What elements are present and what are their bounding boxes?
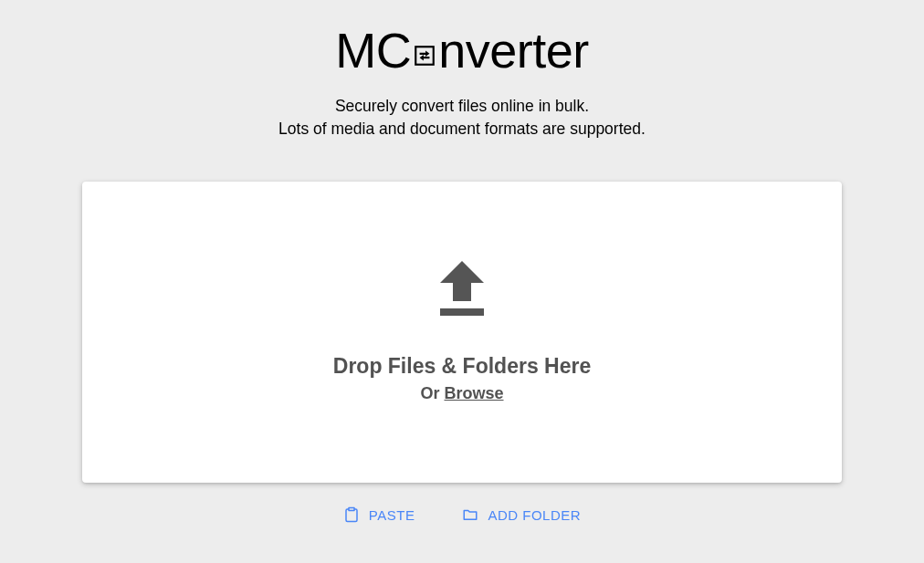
drop-title: Drop Files & Folders Here: [333, 354, 591, 379]
logo-prefix: MC: [335, 22, 411, 78]
upload-icon: [440, 261, 484, 316]
actions-row: PASTE ADD FOLDER: [336, 501, 588, 528]
paste-label: PASTE: [369, 507, 415, 523]
logo-suffix: nverter: [438, 22, 589, 78]
drop-or: Or: [420, 384, 444, 402]
svg-rect-0: [415, 47, 434, 65]
add-folder-label: ADD FOLDER: [488, 507, 581, 523]
browse-link[interactable]: Browse: [444, 384, 503, 402]
tagline-line2: Lots of media and document formats are s…: [278, 118, 646, 141]
convert-icon: [413, 44, 436, 68]
tagline: Securely convert files online in bulk. L…: [278, 95, 646, 140]
folder-icon: [462, 506, 478, 523]
svg-rect-1: [440, 308, 484, 316]
logo: MC nverter: [335, 22, 589, 78]
dropzone[interactable]: Drop Files & Folders Here Or Browse: [82, 182, 842, 483]
paste-button[interactable]: PASTE: [336, 501, 423, 528]
clipboard-icon: [343, 506, 360, 523]
drop-subtitle: Or Browse: [420, 384, 503, 403]
tagline-line1: Securely convert files online in bulk.: [278, 95, 646, 118]
add-folder-button[interactable]: ADD FOLDER: [455, 501, 588, 528]
